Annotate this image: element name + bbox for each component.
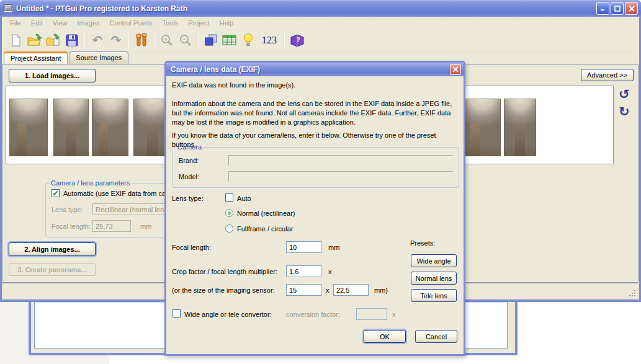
conversion-factor-input[interactable] xyxy=(356,308,387,320)
menu-edit[interactable]: Edit xyxy=(27,17,47,29)
app-icon xyxy=(3,4,14,14)
create-panorama-button[interactable]: 3. Create panorama... xyxy=(9,263,96,276)
dialog-body: EXIF data was not found in the image(s).… xyxy=(166,76,464,354)
tools-button[interactable] xyxy=(132,32,151,49)
undo-button[interactable]: ↶ xyxy=(88,32,107,49)
lens-type-value: Rectilinear (normal lens) xyxy=(96,206,169,213)
numbers-button[interactable]: 123 xyxy=(258,32,281,49)
lens-auto-checkbox[interactable] xyxy=(225,193,233,202)
thumbnail-image[interactable] xyxy=(504,99,536,156)
toolbar-separator xyxy=(198,32,199,48)
align-images-button[interactable]: 2. Align images... xyxy=(9,242,96,256)
redo-button[interactable]: ↷ xyxy=(107,32,125,49)
new-project-button[interactable] xyxy=(7,32,25,49)
thumbnail-image[interactable] xyxy=(53,99,89,156)
convertor-label: Wide angle or tele convertor: xyxy=(184,311,272,318)
close-button[interactable] xyxy=(625,2,638,15)
lens-normal-label: Normal (rectilinear) xyxy=(237,210,295,217)
focal-length-field[interactable] xyxy=(92,220,131,232)
rotate-ccw-icon: ↺ xyxy=(619,87,630,102)
crop-factor-label: Crop factor / focal length multiplier: xyxy=(172,268,277,275)
table-button[interactable] xyxy=(220,32,239,49)
open-containing-images-button[interactable] xyxy=(44,32,63,49)
optimizer-bulb-button[interactable] xyxy=(239,32,258,49)
zoom-out-button[interactable] xyxy=(176,32,195,49)
svg-text:?: ? xyxy=(296,37,300,43)
zoom-in-button[interactable] xyxy=(158,32,176,49)
preset-wide-angle-button[interactable]: Wide angle xyxy=(411,254,457,267)
zoom-out-icon xyxy=(179,33,192,47)
sensor-size-unit: mm) xyxy=(374,286,388,294)
menu-project[interactable]: Project xyxy=(184,17,213,29)
camera-lens-parameters-legend: Camera / lens parameters xyxy=(49,179,132,187)
preset-tele-lens-button[interactable]: Tele lens xyxy=(411,289,457,302)
ok-button[interactable]: OK xyxy=(364,330,406,343)
conversion-factor-label: conversion factor: xyxy=(286,311,340,318)
menu-view[interactable]: View xyxy=(48,17,72,29)
radio-dot-icon xyxy=(228,211,231,215)
thumbnail-image[interactable] xyxy=(463,99,501,156)
crop-factor-input[interactable] xyxy=(286,265,321,277)
dialog-close-button[interactable] xyxy=(450,64,461,75)
lens-normal-radio[interactable] xyxy=(225,209,233,217)
focal-length-unit: mm xyxy=(328,244,339,251)
close-icon xyxy=(629,6,635,12)
tab-project-assistant[interactable]: Project Assistant xyxy=(4,51,68,64)
presets-label: Presets: xyxy=(410,239,435,247)
model-field[interactable] xyxy=(228,171,453,182)
main-titlebar[interactable]: Untitled * - PTGui Pro registered to Kar… xyxy=(0,0,641,17)
save-project-button[interactable] xyxy=(63,32,81,49)
dialog-title: Camera / lens data (EXIF) xyxy=(171,65,260,74)
menu-file[interactable]: File xyxy=(6,17,25,29)
load-images-button[interactable]: 1. Load images... xyxy=(9,69,96,82)
menu-images[interactable]: Images xyxy=(73,17,104,29)
minimize-icon xyxy=(600,6,606,11)
minimize-button[interactable] xyxy=(596,2,609,15)
menu-control-points[interactable]: Control Points xyxy=(105,17,156,29)
automatic-exif-checkbox[interactable]: ✔ xyxy=(52,189,60,197)
optimizer-bulb-icon xyxy=(242,33,254,47)
thumbnail-image[interactable] xyxy=(92,99,128,156)
cancel-button[interactable]: Cancel xyxy=(415,330,457,343)
new-project-icon xyxy=(9,33,23,47)
menu-help[interactable]: Help xyxy=(215,17,238,29)
maximize-button[interactable] xyxy=(611,2,624,15)
convertor-checkbox[interactable] xyxy=(173,309,181,317)
rotate-cw-icon: ↻ xyxy=(619,104,630,119)
dialog-titlebar[interactable]: Camera / lens data (EXIF) xyxy=(166,63,464,76)
conversion-factor-unit: x xyxy=(392,311,396,318)
redo-icon: ↷ xyxy=(111,33,122,48)
brand-field[interactable] xyxy=(228,155,453,166)
focal-length-input[interactable] xyxy=(286,241,321,253)
model-label: Model: xyxy=(179,173,199,180)
menu-tools[interactable]: Tools xyxy=(158,17,183,29)
crop-factor-unit: x xyxy=(328,268,332,275)
lens-fullframe-radio[interactable] xyxy=(225,224,233,233)
exif-not-found-text: EXIF data was not found in the image(s). xyxy=(172,81,460,90)
lens-type-label: Lens type: xyxy=(172,195,204,202)
close-icon xyxy=(452,66,459,73)
open-project-button[interactable] xyxy=(25,32,44,49)
panorama-editor-button[interactable] xyxy=(202,32,220,49)
maximize-icon xyxy=(614,6,621,12)
rotate-ccw-button[interactable]: ↺ xyxy=(619,88,630,100)
focal-length-label: Focal length: xyxy=(52,223,91,230)
desktop-background xyxy=(0,355,109,364)
advanced-button[interactable]: Advanced >> xyxy=(581,69,634,81)
sensor-height-input[interactable] xyxy=(333,284,369,296)
toolbar: ↶ ↷ 123 xyxy=(2,29,639,51)
resize-grip-icon[interactable] xyxy=(628,289,635,296)
desktop-background xyxy=(0,302,29,364)
open-project-icon xyxy=(27,33,42,47)
preset-normal-lens-button[interactable]: Normal lens xyxy=(411,272,457,285)
sensor-width-input[interactable] xyxy=(286,284,321,296)
thumbnail-image[interactable] xyxy=(9,99,48,156)
toolbar-separator xyxy=(84,32,85,48)
window-title: Untitled * - PTGui Pro registered to Kar… xyxy=(16,4,187,13)
help-button[interactable]: ? xyxy=(288,32,307,49)
lens-auto-label: Auto xyxy=(237,195,251,202)
automatic-exif-label: Automatic (use EXIF data from came xyxy=(63,190,175,197)
table-icon xyxy=(222,34,237,47)
tab-source-images[interactable]: Source Images xyxy=(69,51,128,64)
rotate-cw-button[interactable]: ↻ xyxy=(619,105,630,118)
